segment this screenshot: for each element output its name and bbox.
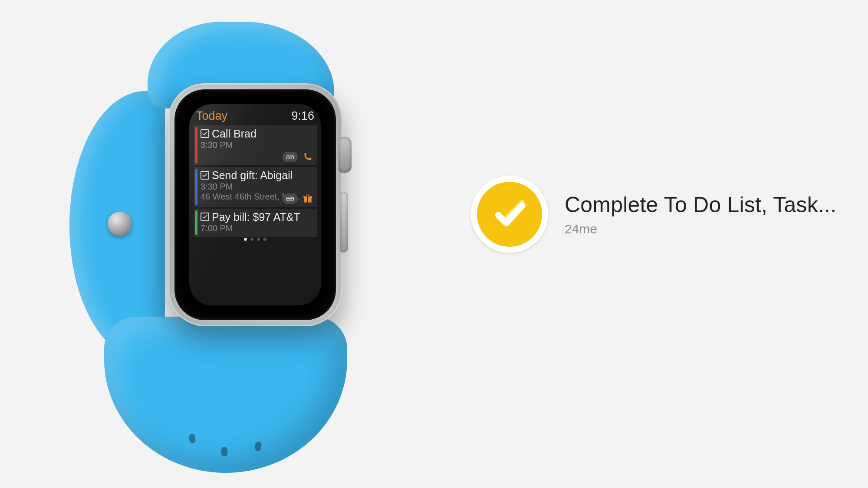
task-time: 3:30 PM <box>201 182 313 192</box>
task-color-stripe <box>195 169 197 205</box>
checkmark-icon <box>477 182 542 247</box>
watch-mockup: Today 9:16 Call Brad <box>52 17 382 477</box>
page-dot[interactable] <box>250 238 253 241</box>
app-title: Complete To Do List, Task... <box>565 192 836 217</box>
app-text: Complete To Do List, Task... 24me <box>565 192 836 236</box>
page-indicator[interactable] <box>194 238 317 241</box>
page-dot[interactable] <box>263 238 266 241</box>
check-icon <box>202 214 208 220</box>
app-icon <box>471 176 548 253</box>
strike-action[interactable]: ab <box>283 152 298 162</box>
task-title: Call Brad <box>212 128 256 139</box>
task-color-stripe <box>195 127 197 164</box>
watch-bezel: Today 9:16 Call Brad <box>174 89 336 320</box>
strike-action[interactable]: ab <box>283 193 298 204</box>
task-list[interactable]: Call Brad 3:30 PM ab <box>194 125 317 237</box>
watch-case: Today 9:16 Call Brad <box>168 83 342 326</box>
task-item[interactable]: Call Brad 3:30 PM ab <box>194 125 317 165</box>
watch-band-pin <box>108 212 132 236</box>
app-info-block: Complete To Do List, Task... 24me <box>471 176 836 253</box>
task-checkbox[interactable] <box>201 171 209 180</box>
task-title: Send gift: Abigail <box>212 170 293 181</box>
side-button[interactable] <box>340 192 348 252</box>
task-title: Pay bill: $97 AT&T <box>212 211 300 223</box>
phone-icon[interactable] <box>302 151 313 163</box>
watch-screen[interactable]: Today 9:16 Call Brad <box>189 104 321 305</box>
task-item[interactable]: Send gift: Abigail 3:30 PM 46 West 46th … <box>194 167 317 207</box>
task-color-stripe <box>195 210 197 235</box>
clock-time: 9:16 <box>291 109 314 123</box>
task-checkbox[interactable] <box>201 129 209 138</box>
app-vendor: 24me <box>565 222 836 236</box>
gift-icon[interactable] <box>302 193 313 204</box>
watch-header: Today 9:16 <box>194 108 317 125</box>
screen-title: Today <box>196 109 227 123</box>
check-icon <box>202 172 208 178</box>
task-time: 7:00 PM <box>201 223 313 233</box>
task-item[interactable]: Pay bill: $97 AT&T 7:00 PM <box>194 209 317 237</box>
digital-crown[interactable] <box>339 137 352 173</box>
watch-band-hole <box>221 447 227 456</box>
check-icon <box>202 131 208 137</box>
svg-rect-2 <box>307 197 308 203</box>
task-checkbox[interactable] <box>201 213 209 221</box>
page-dot[interactable] <box>257 238 260 241</box>
task-time: 3:30 PM <box>201 140 313 150</box>
page-dot[interactable] <box>244 238 247 241</box>
